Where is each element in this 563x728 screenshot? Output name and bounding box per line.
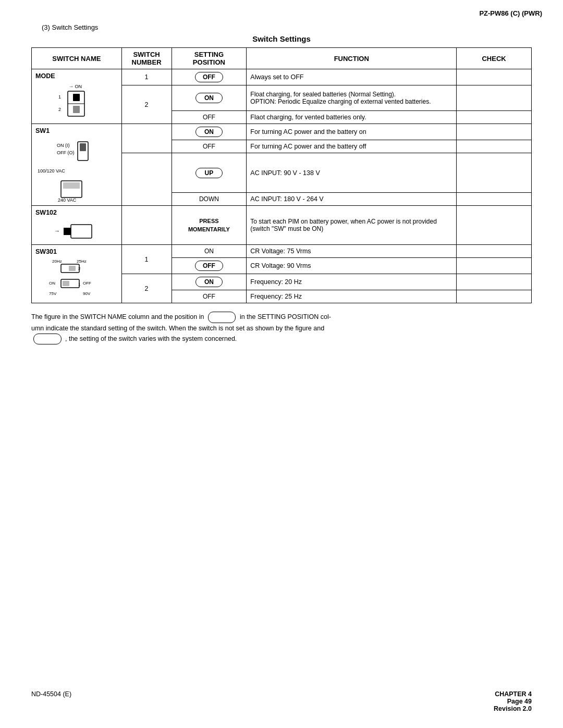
svg-text:90V: 90V bbox=[83, 291, 91, 296]
check-sw301-1 bbox=[457, 245, 532, 258]
function-sw1-4: AC INPUT: 180 V - 264 V bbox=[247, 193, 457, 206]
check-mode-1 bbox=[457, 69, 532, 85]
footer-right: CHAPTER 4 Page 49 Revision 2.0 bbox=[494, 690, 532, 712]
function-mode-1: Always set to OFF bbox=[247, 69, 457, 85]
switch-number-sw102 bbox=[121, 206, 172, 245]
footnote-line4: , the setting of the switch varies with … bbox=[65, 335, 237, 342]
switch-number-1: 1 bbox=[121, 69, 172, 85]
header-title: PZ-PW86 (C) (PWR) bbox=[479, 9, 542, 17]
function-sw1-2: For turning AC power and the battery off bbox=[247, 140, 457, 153]
svg-rect-16 bbox=[71, 225, 92, 238]
footer-page: Page 49 bbox=[494, 698, 532, 705]
function-sw1-1: For turning AC power and the battery on bbox=[247, 124, 457, 140]
function-sw1-3: AC INPUT: 90 V - 138 V bbox=[247, 153, 457, 193]
setting-position-off-1: OFF bbox=[172, 69, 247, 85]
switch-name-sw102: SW102 → bbox=[32, 206, 122, 245]
svg-text:→ ON: → ON bbox=[69, 84, 82, 89]
function-sw301-3: Frequency: 20 Hz bbox=[247, 274, 457, 290]
function-mode-3: Flaot charging, for vented batteries onl… bbox=[247, 111, 457, 124]
footer-chapter: CHAPTER 4 bbox=[494, 690, 532, 698]
function-sw301-2: CR Voltage: 90 Vrms bbox=[247, 258, 457, 274]
svg-rect-21 bbox=[69, 266, 76, 271]
footnote-line3: umn indicate the standard setting of the… bbox=[31, 325, 324, 332]
sw102-diagram: → bbox=[53, 218, 100, 242]
setting-position-off-2: OFF bbox=[172, 111, 247, 124]
switch-number-sw301-1: 1 bbox=[121, 245, 172, 274]
setting-position-off-sw301-2: OFF bbox=[172, 290, 247, 303]
svg-rect-12 bbox=[63, 182, 80, 189]
switch-number-2: 2 bbox=[121, 85, 172, 124]
switch-settings-table: SWITCH NAME SWITCHNUMBER SETTINGPOSITION… bbox=[31, 47, 532, 303]
function-sw301-1: CR Voltage: 75 Vrms bbox=[247, 245, 457, 258]
mode-diagram: → ON 1 2 bbox=[53, 82, 100, 121]
switch-name-mode: MODE → ON 1 bbox=[32, 69, 122, 124]
page-footer: ND-45504 (E) CHAPTER 4 Page 49 Revision … bbox=[0, 690, 563, 712]
section-label: (3) Switch Settings bbox=[0, 20, 563, 34]
col-header-check: CHECK bbox=[457, 48, 532, 69]
switch-name-sw301: SW301 20Hz 25Hz 2 1 bbox=[32, 245, 122, 303]
footer-doc-number: ND-45504 (E) bbox=[31, 690, 71, 698]
check-sw301-2 bbox=[457, 258, 532, 274]
check-mode-3 bbox=[457, 111, 532, 124]
switch-number-sw1-blank2 bbox=[121, 153, 172, 206]
section-label-text: (3) Switch Settings bbox=[42, 23, 98, 31]
svg-text:75V: 75V bbox=[49, 291, 57, 296]
col-header-switch-number: SWITCHNUMBER bbox=[121, 48, 172, 69]
setting-position-off-sw301-1: OFF bbox=[172, 258, 247, 274]
footnote: The figure in the SWITCH NAME column and… bbox=[0, 303, 563, 360]
svg-text:25Hz: 25Hz bbox=[77, 259, 87, 264]
function-sw102: To start each PIM on battery power, when… bbox=[247, 206, 457, 245]
check-sw1-1 bbox=[457, 124, 532, 140]
function-sw301-4: Frequency: 25 Hz bbox=[247, 290, 457, 303]
table-row: MODE → ON 1 bbox=[32, 69, 532, 85]
setting-position-on-2: ON bbox=[172, 85, 247, 111]
sw301-diagram: 20Hz 25Hz 2 1 ON OFF bbox=[48, 257, 105, 299]
svg-text:→: → bbox=[54, 228, 60, 234]
svg-text:1: 1 bbox=[58, 94, 61, 100]
check-sw301-4 bbox=[457, 290, 532, 303]
switch-number-sw1-blank1 bbox=[121, 124, 172, 153]
footer-left: ND-45504 (E) bbox=[31, 690, 71, 712]
footnote-line1: The figure in the SWITCH NAME column and… bbox=[31, 313, 204, 320]
col-header-function: FUNCTION bbox=[247, 48, 457, 69]
check-sw102 bbox=[457, 206, 532, 245]
svg-text:OFF: OFF bbox=[83, 281, 91, 286]
svg-text:1: 1 bbox=[78, 282, 81, 287]
svg-text:OFF (O): OFF (O) bbox=[57, 150, 75, 155]
svg-text:ON (I): ON (I) bbox=[57, 143, 70, 148]
svg-rect-4 bbox=[73, 106, 80, 113]
sw1-diagram: ON (I) OFF (O) bbox=[56, 137, 97, 165]
page-header: PZ-PW86 (C) (PWR) bbox=[0, 0, 563, 20]
setting-position-on-sw301-1: ON bbox=[172, 245, 247, 258]
setting-position-on-sw301-2: ON bbox=[172, 274, 247, 290]
footnote-pill-2 bbox=[33, 334, 62, 345]
footnote-line2: in the SETTING POSITION col- bbox=[240, 313, 331, 320]
setting-position-sw102: PRESSMOMENTARILY bbox=[172, 206, 247, 245]
svg-text:2: 2 bbox=[78, 266, 81, 271]
setting-position-on-sw1: ON bbox=[172, 124, 247, 140]
section-title: Switch Settings bbox=[31, 34, 532, 43]
svg-text:20Hz: 20Hz bbox=[52, 259, 62, 264]
switch-name-sw1: SW1 ON (I) OFF (O) 100/120 VAC bbox=[32, 124, 122, 206]
check-sw1-4 bbox=[457, 193, 532, 206]
table-row: SW102 → PRESSMOMENTARILY To start each P… bbox=[32, 206, 532, 245]
svg-rect-24 bbox=[63, 281, 69, 286]
footer-revision: Revision 2.0 bbox=[494, 705, 532, 712]
footnote-pill-1 bbox=[208, 312, 236, 323]
function-mode-2: Float charging, for sealed batteries (No… bbox=[247, 85, 457, 111]
svg-rect-10 bbox=[80, 143, 86, 151]
svg-text:240 VAC: 240 VAC bbox=[58, 198, 77, 203]
check-sw301-3 bbox=[457, 274, 532, 290]
table-row: SW301 20Hz 25Hz 2 1 bbox=[32, 245, 532, 258]
setting-position-down-sw1: DOWN bbox=[172, 193, 247, 206]
sw1-vac-diagram: 240 VAC bbox=[56, 176, 97, 203]
check-sw1-2 bbox=[457, 140, 532, 153]
setting-position-off-sw1: OFF bbox=[172, 140, 247, 153]
col-header-switch-name: SWITCH NAME bbox=[32, 48, 122, 69]
svg-rect-3 bbox=[73, 94, 80, 101]
setting-position-up-sw1: UP bbox=[172, 153, 247, 193]
svg-text:ON: ON bbox=[49, 281, 55, 286]
svg-text:2: 2 bbox=[58, 107, 61, 112]
col-header-setting-position: SETTINGPOSITION bbox=[172, 48, 247, 69]
switch-number-sw301-2: 2 bbox=[121, 274, 172, 303]
